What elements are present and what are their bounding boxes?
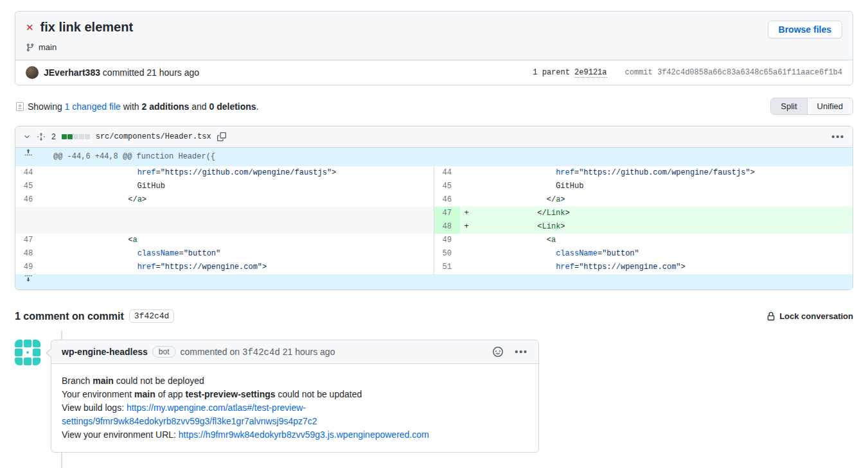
commit-sha-chip: 3f42c4d	[129, 309, 175, 323]
lock-conversation-button[interactable]: Lock conversation	[766, 311, 853, 321]
diffstat-square	[67, 134, 73, 139]
showing-text: Showing 1 changed file with 2 additions …	[28, 101, 259, 112]
line-number[interactable]: 44	[434, 166, 460, 180]
git-branch-icon	[26, 43, 35, 52]
commit-sha-label: commit	[625, 68, 653, 77]
code-line: GitHub	[41, 180, 434, 193]
comment-text: View your environment URL:	[62, 429, 179, 440]
diff-table: @@ -44,6 +44,8 @@ function Header({ 44 h…	[15, 148, 853, 290]
bot-badge: bot	[152, 346, 176, 358]
line-number[interactable]: 45	[434, 180, 460, 193]
commit-sha-value: 3f42c4d0858a66c83a6348c65a61f11aace6f1b4	[657, 68, 842, 77]
line-number[interactable]: 49	[15, 261, 41, 274]
changed-files-link[interactable]: 1 changed file	[65, 101, 121, 112]
comment-bold-text: main	[134, 389, 155, 399]
chevron-down-icon[interactable]	[23, 133, 31, 141]
comment-meta-sha[interactable]: 3f42c4d	[242, 347, 280, 358]
unified-view-button[interactable]: Unified	[807, 98, 853, 114]
comment-body: Branch main could not be deployedYour en…	[51, 364, 538, 452]
code-line: </a>	[41, 193, 434, 207]
commit-action-text: committed 21 hours ago	[103, 67, 199, 78]
committer-name[interactable]: JEverhart383	[44, 67, 100, 78]
comment-author[interactable]: wp-engine-headless	[62, 347, 148, 357]
comment-line: Your environment main of app test-previe…	[62, 388, 528, 401]
diffstat-squares	[62, 134, 90, 139]
bot-avatar[interactable]	[15, 340, 40, 365]
diff-row: 48 className="button"50 className="butto…	[15, 247, 853, 261]
line-number[interactable]: 47	[15, 234, 41, 247]
branch-name[interactable]: main	[39, 42, 57, 52]
comment-text: could not be updated	[276, 389, 362, 399]
line-number[interactable]: 47	[434, 207, 460, 220]
browse-files-button[interactable]: Browse files	[768, 21, 842, 39]
comment-text: Your environment	[62, 389, 134, 399]
comment-timeline: wp-engine-headless bot commented on 3f42…	[15, 331, 853, 468]
code-line: href="https://wpengine.com">	[460, 261, 853, 274]
parent-label: 1 parent	[533, 68, 570, 77]
line-number[interactable]: 50	[434, 247, 460, 261]
expand-up-button[interactable]	[15, 148, 41, 166]
deletions-count: 0 deletions	[209, 101, 256, 112]
file-name[interactable]: src/components/Header.tsx	[96, 132, 211, 141]
code-line: className="button"	[460, 247, 853, 261]
copy-path-icon[interactable]	[217, 132, 226, 141]
code-line: className="button"	[41, 247, 434, 261]
line-number[interactable]: 51	[434, 261, 460, 274]
diff-row: 49 href="https://wpengine.com">51 href="…	[15, 261, 853, 274]
line-number[interactable]: 46	[434, 193, 460, 207]
diff-file-box: 2 src/components/Header.tsx ••• @@ -44,6…	[15, 126, 853, 290]
expand-all-icon[interactable]	[37, 132, 46, 141]
diff-table-body: @@ -44,6 +44,8 @@ function Header({ 44 h…	[15, 148, 853, 290]
comments-header-row: 1 comment on commit 3f42c4d Lock convers…	[15, 309, 853, 323]
expander-filler	[41, 274, 853, 290]
parent-info: 1 parent 2e9121a	[533, 68, 607, 77]
comment-bold-text: main	[93, 376, 114, 386]
file-options-kebab-icon[interactable]: •••	[831, 132, 845, 142]
diff-sign: +	[460, 220, 473, 234]
emoji-reaction-icon[interactable]	[493, 347, 503, 357]
code-line: <a	[460, 234, 853, 247]
committer-avatar[interactable]	[26, 66, 39, 79]
diff-row: 46 </a>46 </a>	[15, 193, 853, 207]
diff-row: 47+ </Link>	[15, 207, 853, 220]
comment-text: could not be deployed	[114, 376, 204, 386]
comment-line: View your environment URL: https://h9fmr…	[62, 428, 528, 442]
diffstat-square	[79, 134, 84, 139]
comment-line: Branch main could not be deployed	[62, 374, 528, 388]
comment-row: wp-engine-headless bot commented on 3f42…	[15, 340, 853, 453]
parent-sha-link[interactable]: 2e9121a	[574, 68, 607, 78]
comment-text: of app	[155, 389, 186, 399]
commit-title: fix link element	[40, 20, 134, 35]
line-number[interactable]: 45	[15, 180, 41, 193]
diff-bottom-expander-row	[15, 274, 853, 290]
diffstat-square	[85, 134, 90, 139]
code-line: + <Link>	[460, 220, 853, 234]
comment-meta: commented on 3f42c4d 21 hours ago	[181, 347, 335, 358]
comment-header: wp-engine-headless bot commented on 3f42…	[51, 340, 538, 364]
diff-sign: +	[460, 207, 473, 220]
diffstat-square	[73, 134, 78, 139]
diff-view-toggle: Split Unified	[770, 98, 853, 115]
line-number[interactable]: 49	[434, 234, 460, 247]
diffstat-square	[62, 134, 67, 139]
code-line: <a	[41, 234, 434, 247]
line-number[interactable]: 44	[15, 166, 41, 180]
line-number[interactable]: 48	[434, 220, 460, 234]
comment-text: Branch	[62, 376, 93, 386]
hunk-row: @@ -44,6 +44,8 @@ function Header({	[15, 148, 853, 166]
comment-line: View build logs: https://my.wpengine.com…	[62, 401, 528, 428]
commit-header-box: ✕ fix link element main Browse files JEv…	[15, 11, 853, 85]
diff-file-header: 2 src/components/Header.tsx •••	[15, 126, 853, 148]
commit-meta-row: JEverhart383 committed 21 hours ago 1 pa…	[15, 60, 853, 85]
split-view-button[interactable]: Split	[771, 98, 806, 114]
line-number[interactable]: 48	[15, 247, 41, 261]
code-line: href="https://github.com/wpengine/faustj…	[460, 166, 853, 180]
commit-sha-info: commit 3f42c4d0858a66c83a6348c65a61f11aa…	[625, 68, 842, 77]
additions-count: 2 additions	[141, 101, 189, 112]
line-number[interactable]: 46	[15, 193, 41, 207]
comment-options-kebab-icon[interactable]: •••	[515, 347, 528, 357]
expand-down-button[interactable]	[15, 274, 41, 290]
comment-link[interactable]: https://h9fmr9wk84edokyrb8zvv59g3.js.wpe…	[179, 429, 429, 440]
code-line	[41, 207, 434, 220]
file-changes-count: 2	[51, 132, 56, 141]
